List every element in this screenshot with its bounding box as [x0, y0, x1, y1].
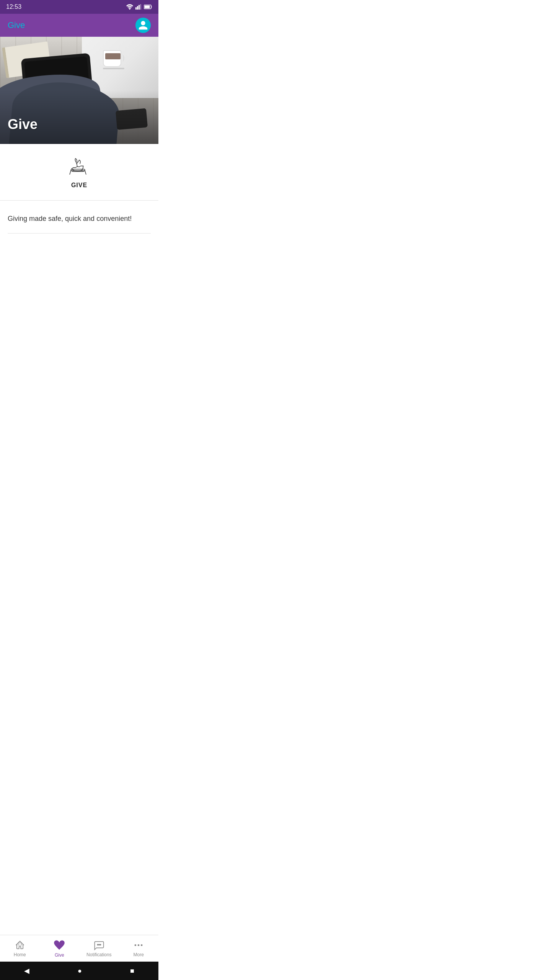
svg-rect-1	[135, 7, 137, 10]
giving-hand-icon	[68, 155, 91, 178]
give-label: GIVE	[71, 182, 87, 189]
status-icons	[126, 4, 152, 10]
section-divider-top	[0, 200, 158, 201]
wifi-icon	[126, 4, 133, 10]
app-bar-title: Give	[8, 20, 25, 30]
description-section: Giving made safe, quick and convenient!	[0, 204, 158, 233]
hero-image: Give	[0, 37, 158, 144]
svg-rect-6	[145, 6, 150, 8]
svg-point-0	[129, 9, 130, 10]
person-icon	[138, 20, 148, 31]
svg-rect-3	[139, 5, 140, 10]
give-section: GIVE	[0, 144, 158, 196]
content-area	[0, 234, 158, 348]
battery-icon	[144, 5, 152, 9]
app-bar: Give	[0, 14, 158, 37]
status-bar: 12:53	[0, 0, 158, 14]
profile-avatar[interactable]	[135, 18, 151, 33]
hero-title: Give	[8, 116, 37, 132]
svg-rect-2	[137, 6, 138, 10]
description-text: Giving made safe, quick and convenient!	[8, 214, 151, 224]
svg-rect-4	[140, 4, 141, 10]
signal-icon	[135, 4, 142, 10]
status-time: 12:53	[6, 3, 21, 10]
